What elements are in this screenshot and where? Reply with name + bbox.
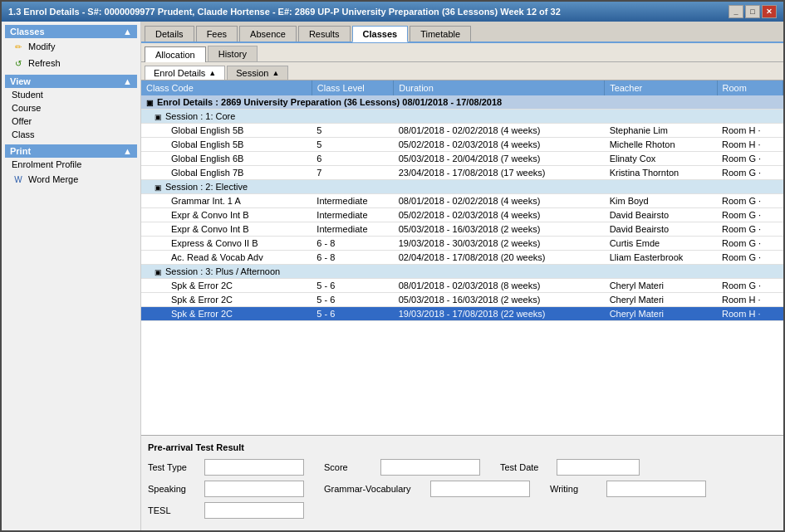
table-row[interactable]: Expr & Convo Int BIntermediate05/02/2018… (141, 208, 783, 222)
sub-tab-allocation[interactable]: Allocation (145, 46, 206, 62)
sidebar-item-enrolment-profile-label: Enrolment Profile (12, 159, 81, 169)
window-controls: _ □ ✕ (729, 5, 777, 18)
sidebar-item-offer[interactable]: Offer (5, 115, 137, 128)
main-tabs-bar: Details Fees Absence Results Classes Tim… (141, 22, 783, 43)
score-label: Score (324, 462, 374, 472)
grammar-vocab-input[interactable] (430, 481, 530, 497)
table-row[interactable]: Spk & Error 2C5 - 605/03/2018 - 16/03/20… (141, 293, 783, 307)
sidebar-item-modify[interactable]: ✏ Modify (5, 38, 137, 55)
right-panel: Details Fees Absence Results Classes Tim… (141, 22, 783, 530)
chevron-up-icon: ▲ (123, 27, 132, 37)
chevron-up-icon-view: ▲ (123, 76, 132, 86)
tab-fees[interactable]: Fees (196, 26, 238, 41)
table-row[interactable]: Spk & Error 2C5 - 608/01/2018 - 02/03/20… (141, 279, 783, 293)
table-row[interactable]: Global English 6B605/03/2018 - 20/04/201… (141, 152, 783, 166)
sidebar-item-course[interactable]: Course (5, 101, 137, 115)
inner-tab-enrol-details-label: Enrol Details (154, 68, 205, 78)
pre-arrival-row2: Speaking Grammar-Vocabulary Writing (148, 481, 777, 497)
word-icon: W (12, 173, 25, 186)
pre-arrival-title: Pre-arrival Test Result (148, 442, 777, 452)
tesl-label: TESL (148, 505, 198, 515)
sidebar-item-offer-label: Offer (12, 116, 32, 126)
sidebar-item-refresh[interactable]: ↺ Refresh (5, 55, 137, 71)
sidebar-section-view-label: View (10, 76, 31, 86)
sub-tab-history[interactable]: History (208, 46, 258, 61)
sidebar-section-view-header[interactable]: View ▲ (5, 75, 137, 88)
window-title: 1.3 Enrol Details - S#: 0000009977 Prude… (8, 7, 561, 17)
inner-tab-enrol-details-icon: ▲ (209, 69, 216, 77)
inner-tab-session-icon: ▲ (272, 69, 279, 77)
test-date-input[interactable] (557, 459, 640, 476)
table-group-row: ▣Enrol Details : 2869 University Prepara… (141, 95, 783, 110)
minimize-button[interactable]: _ (729, 5, 743, 18)
sidebar-item-course-label: Course (12, 103, 41, 113)
sidebar-section-print-header[interactable]: Print ▲ (5, 144, 137, 158)
tab-results[interactable]: Results (298, 26, 351, 41)
pre-arrival-section: Pre-arrival Test Result Test Type Score … (141, 435, 783, 530)
table-row[interactable]: Ac. Read & Vocab Adv6 - 802/04/2018 - 17… (141, 251, 783, 265)
sidebar-item-modify-label: Modify (28, 41, 55, 51)
sidebar-item-student-label: Student (12, 90, 43, 100)
col-teacher: Teacher (605, 81, 717, 95)
table-header-row: Class Code Class Level Duration Teacher … (141, 81, 783, 95)
col-duration: Duration (394, 81, 605, 95)
inner-tab-session-label: Session (236, 68, 268, 78)
table-row[interactable]: Spk & Error 2C5 - 619/03/2018 - 17/08/20… (141, 307, 783, 321)
pencil-icon: ✏ (12, 40, 25, 53)
sidebar-item-refresh-label: Refresh (28, 58, 61, 68)
class-table-area: Class Code Class Level Duration Teacher … (141, 81, 783, 435)
refresh-icon: ↺ (12, 56, 25, 70)
speaking-label: Speaking (148, 484, 198, 494)
table-row[interactable]: Global English 5B508/01/2018 - 02/02/201… (141, 124, 783, 138)
tab-details[interactable]: Details (145, 26, 194, 41)
table-row[interactable]: Global English 5B505/02/2018 - 02/03/201… (141, 138, 783, 152)
speaking-input[interactable] (204, 481, 304, 497)
sidebar-section-view: View ▲ Student Course Offer Class (5, 75, 137, 141)
title-bar: 1.3 Enrol Details - S#: 0000009977 Prude… (2, 2, 783, 22)
sidebar-section-print: Print ▲ Enrolment Profile W Word Merge (5, 144, 137, 188)
class-table: Class Code Class Level Duration Teacher … (141, 81, 783, 321)
sidebar-section-classes: Classes ▲ ✏ Modify ↺ Refresh (5, 25, 137, 71)
sidebar-section-classes-header[interactable]: Classes ▲ (5, 25, 137, 38)
test-type-input[interactable] (204, 459, 304, 476)
inner-tab-enrol-details[interactable]: Enrol Details ▲ (145, 66, 225, 80)
sidebar-item-word-merge-label: Word Merge (28, 174, 78, 184)
pre-arrival-row3: TESL (148, 502, 777, 519)
writing-input[interactable] (606, 481, 706, 497)
inner-tabs: Enrol Details ▲ Session ▲ (141, 62, 783, 81)
sidebar-item-class[interactable]: Class (5, 128, 137, 141)
test-date-label: Test Date (500, 462, 550, 472)
inner-tab-session[interactable]: Session ▲ (227, 66, 288, 80)
maximize-button[interactable]: □ (745, 5, 760, 18)
table-row[interactable]: Global English 7B723/04/2018 - 17/08/201… (141, 166, 783, 180)
session-header-1: ▣Session : 2: Elective (141, 180, 783, 194)
sidebar-item-student[interactable]: Student (5, 88, 137, 101)
table-row[interactable]: Grammar Int. 1 AIntermediate08/01/2018 -… (141, 194, 783, 208)
session-header-0: ▣Session : 1: Core (141, 110, 783, 124)
sidebar-section-classes-label: Classes (10, 27, 45, 37)
main-window: 1.3 Enrol Details - S#: 0000009977 Prude… (0, 0, 785, 532)
tab-timetable[interactable]: Timetable (410, 26, 471, 41)
col-class-code: Class Code (141, 81, 312, 95)
score-input[interactable] (380, 459, 480, 476)
table-row[interactable]: Express & Convo II B6 - 819/03/2018 - 30… (141, 237, 783, 251)
table-row[interactable]: Expr & Convo Int BIntermediate05/03/2018… (141, 222, 783, 237)
grammar-vocab-label: Grammar-Vocabulary (324, 484, 424, 494)
writing-label: Writing (550, 484, 600, 494)
col-class-level: Class Level (312, 81, 393, 95)
sidebar: Classes ▲ ✏ Modify ↺ Refresh View ▲ (2, 22, 141, 530)
test-type-label: Test Type (148, 462, 198, 472)
chevron-up-icon-print: ▲ (123, 146, 132, 156)
tesl-input[interactable] (204, 502, 304, 519)
sidebar-section-print-label: Print (10, 146, 31, 156)
close-button[interactable]: ✕ (762, 5, 777, 18)
sidebar-item-class-label: Class (12, 129, 35, 139)
sidebar-item-enrolment-profile[interactable]: Enrolment Profile (5, 158, 137, 171)
sidebar-item-word-merge[interactable]: W Word Merge (5, 171, 137, 188)
tab-classes[interactable]: Classes (352, 26, 409, 42)
pre-arrival-row1: Test Type Score Test Date (148, 459, 777, 476)
session-header-2: ▣Session : 3: Plus / Afternoon (141, 265, 783, 279)
main-content: Classes ▲ ✏ Modify ↺ Refresh View ▲ (2, 22, 783, 530)
col-room: Room (717, 81, 783, 95)
tab-absence[interactable]: Absence (239, 26, 297, 41)
